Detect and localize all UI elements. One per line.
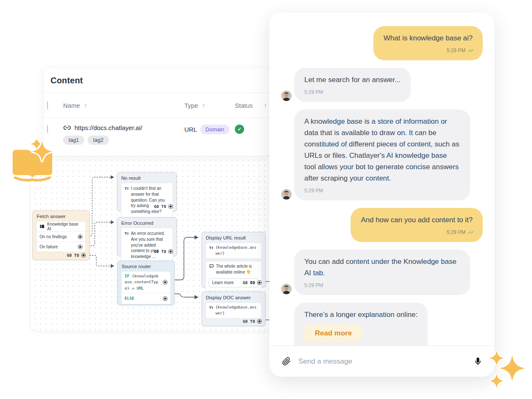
text-message-icon [125,186,129,215]
type-cell: URL Domain [184,124,235,134]
condition-port[interactable] [163,280,168,285]
link-icon [63,124,71,132]
chat-panel: What is knowledge base ai? 5:29 PM✓✓ Let… [269,13,495,377]
sort-asc-icon[interactable] [84,102,87,109]
goto-port[interactable] [168,204,173,209]
message-text: Let me search for an answer... [304,74,401,85]
learn-more-label: Learn more [212,280,234,285]
text-message-icon [209,305,213,316]
goto-label: GO TO [243,281,255,285]
microphone-icon [474,357,482,366]
mic-button[interactable] [474,357,482,366]
name-cell: https://docs.chatlayer.ai/ tag1 tag2 [63,124,184,145]
node-error-occurred[interactable]: Error Occurred An error occurred. Are yo… [117,217,177,256]
goto-port[interactable] [168,249,173,254]
goto-port[interactable] [257,280,262,285]
column-header-type[interactable]: Type [184,102,235,109]
message-text: And how can you add content to it? [361,214,473,226]
plugin-label: Knowledge base AI [47,222,82,231]
chat-input[interactable] [298,357,466,366]
node-title: Display URL result [202,232,265,242]
avatar [281,90,292,101]
node-no-result[interactable]: No result I couldn't find an answer for … [117,172,177,211]
output-port[interactable] [78,234,82,239]
sort-asc-icon[interactable] [264,102,267,109]
condition-value: URL [137,286,144,290]
answer-variable: {knowledgebase.answer} [215,245,258,256]
chat-message-user: And how can you add content to it? 5:29 … [281,208,483,242]
goto-port[interactable] [257,319,262,324]
user-bubble: And how can you add content to it? 5:29 … [351,208,483,242]
book-icon [40,224,45,229]
flow-canvas[interactable]: Fetch answer Knowledge base AI On no fin… [30,155,273,332]
message-text: There’s a longer explanation online: [304,309,418,320]
else-keyword: ELSE [125,295,160,301]
chat-message-bot: A knowledge base is a store of informati… [281,109,483,200]
message-text: An error occurred. Are you sure that you… [131,231,169,260]
chat-messages: What is knowledge base ai? 5:29 PM✓✓ Let… [269,13,495,346]
timestamp: 5:29 PM✓✓ [361,227,473,238]
node-title: Source router [118,261,174,271]
answer-variable: {knowledgebase.answer} [215,305,258,316]
bot-bubble: Let me search for an answer... 5:29 PM [294,68,411,102]
node-fetch-answer[interactable]: Fetch answer Knowledge base AI On no fin… [32,210,90,260]
node-source-router[interactable]: Source router IF {knowledgebase.contentT… [117,261,175,305]
chat-bubble-icon [209,263,214,275]
chat-message-user: What is knowledge base ai? 5:29 PM✓✓ [281,26,483,60]
output-port[interactable] [78,245,82,249]
table-row[interactable]: https://docs.chatlayer.ai/ tag1 tag2 URL… [44,118,269,154]
timestamp: 5:29 PM [304,185,460,197]
read-receipt-icon: ✓✓ [468,229,473,235]
avatar [281,189,292,200]
type-text: URL [184,126,197,133]
bot-bubble: There’s a longer explanation online: Rea… [294,303,428,346]
column-header-status[interactable]: Status [235,102,269,109]
message-text: A knowledge base is a store of informati… [304,116,460,184]
equals-operator: = [132,286,134,290]
else-port[interactable] [163,296,168,301]
node-display-url-result[interactable]: Display URL result {knowledgebase.answer… [202,232,266,287]
status-cell [235,124,269,134]
column-type-label: Type [184,102,198,109]
sparkle-icon [489,351,525,388]
bot-bubble: A knowledge base is a store of informati… [294,109,470,200]
user-bubble: What is knowledge base ai? 5:29 PM✓✓ [373,26,483,60]
column-status-label: Status [235,102,253,109]
node-display-doc-answer[interactable]: Display DOC answer {knowledgebase.answer… [202,292,266,326]
output-label: On no findings [40,234,75,239]
sort-asc-icon[interactable] [202,102,205,109]
timestamp: 5:29 PM [304,87,401,98]
row-checkbox[interactable] [47,125,48,133]
content-table-header: Name Type Status [44,93,269,118]
tag-chip: tag1 [63,136,84,145]
node-title: Fetch answer [33,211,89,221]
node-title: No result [117,173,176,183]
condition-expression: IF {knowledgebase.contentType} = URL [125,273,160,291]
text-message-icon [125,231,129,260]
node-title: Error Occurred [117,218,176,228]
goto-port[interactable] [81,253,86,258]
goto-label: GO TO [67,253,79,258]
timestamp: 5:29 PM [304,280,460,291]
column-header-name[interactable]: Name [63,102,184,109]
message-text: The whole article is available online 👇 [216,263,258,275]
paperclip-icon [282,357,291,366]
read-more-button[interactable]: Read more [304,325,362,342]
message-text: I couldn't find an answer for that quest… [131,186,169,215]
sparkles-decoration [482,348,532,396]
output-label: On failure [40,245,75,249]
attachment-button[interactable] [282,357,291,366]
chat-message-bot: Let me search for an answer... 5:29 PM [281,68,483,102]
select-all-cell [47,102,63,109]
row-select-cell [47,124,63,133]
page: Content Name Type Status [0,0,532,399]
message-text: What is knowledge base ai? [383,32,473,44]
goto-label: GO TO [154,205,166,209]
status-verified-icon [235,125,244,134]
if-keyword: IF [125,274,129,278]
page-title: Content [44,69,269,93]
chat-message-bot: You can add content under the Knowledge … [281,250,483,295]
url-text: https://docs.chatlayer.ai/ [74,124,142,131]
select-all-checkbox[interactable] [47,101,48,109]
domain-badge: Domain [200,125,229,134]
